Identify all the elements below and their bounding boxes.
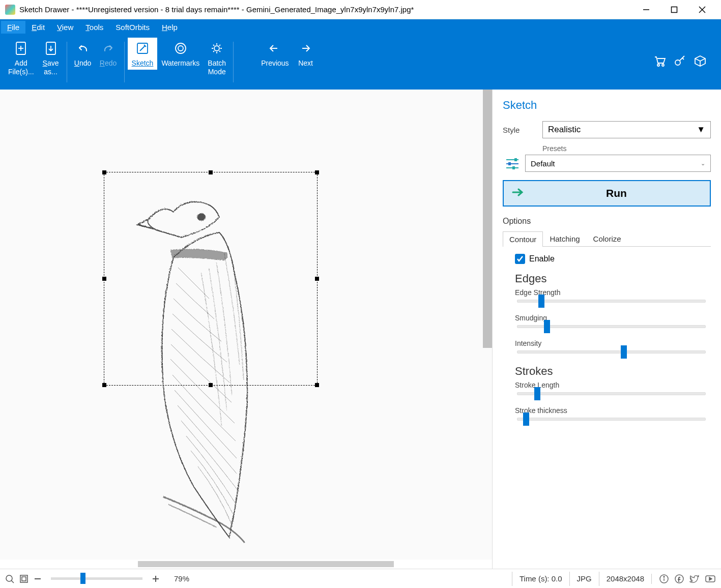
horizontal-scrollbar[interactable] — [0, 560, 492, 569]
info-icon[interactable] — [659, 574, 669, 584]
svg-point-11 — [214, 46, 219, 51]
status-time: Time (s): 0.0 — [512, 572, 569, 586]
undo-icon — [76, 40, 90, 57]
selection-box[interactable] — [104, 172, 318, 386]
menu-file[interactable]: File — [1, 21, 25, 34]
tab-contour[interactable]: Contour — [503, 231, 543, 247]
handle-bottom-right[interactable] — [315, 383, 319, 387]
handle-top-right[interactable] — [315, 170, 319, 174]
enable-checkbox[interactable] — [515, 254, 525, 264]
pencil-icon — [136, 40, 149, 57]
options-label: Options — [503, 217, 711, 226]
menu-help[interactable]: Help — [156, 21, 184, 34]
gear-icon — [210, 40, 223, 57]
stroke-thickness-label: Stroke thickness — [515, 406, 711, 415]
zoom-out-icon[interactable] — [34, 575, 42, 583]
tab-colorize[interactable]: Colorize — [587, 231, 628, 246]
zoom-slider[interactable] — [51, 577, 142, 580]
menubar: File Edit View Tools SoftOrbits Help — [0, 19, 721, 35]
edges-section: Edges — [515, 272, 711, 285]
batch-mode-button[interactable]: BatchMode — [204, 38, 230, 78]
twitter-icon[interactable] — [689, 574, 700, 584]
status-format: JPG — [569, 572, 599, 586]
package-icon[interactable] — [694, 54, 707, 70]
arrow-right-icon — [299, 40, 312, 57]
facebook-icon[interactable] — [674, 574, 684, 584]
menu-edit[interactable]: Edit — [25, 21, 51, 34]
zoom-percent: 79% — [174, 574, 189, 583]
handle-middle-right[interactable] — [315, 277, 319, 281]
zoom-in-icon[interactable] — [152, 575, 160, 583]
menu-tools[interactable]: Tools — [79, 21, 109, 34]
svg-rect-19 — [508, 162, 511, 165]
style-select[interactable]: Realistic ▼ — [542, 121, 711, 138]
vertical-scrollbar[interactable] — [483, 90, 492, 348]
stroke-length-slider[interactable] — [517, 392, 706, 395]
maximize-button[interactable] — [660, 0, 688, 19]
svg-point-31 — [664, 576, 665, 577]
minimize-button[interactable] — [632, 0, 660, 19]
redo-button[interactable]: Redo — [96, 38, 121, 70]
intensity-label: Intensity — [515, 339, 711, 347]
key-icon[interactable] — [673, 54, 686, 70]
arrow-left-icon — [268, 40, 281, 57]
handle-bottom-left[interactable] — [102, 383, 106, 387]
svg-rect-1 — [671, 7, 677, 12]
option-tabs: Contour Hatching Colorize — [503, 231, 711, 247]
stroke-length-label: Stroke Length — [515, 381, 711, 389]
close-button[interactable] — [688, 0, 716, 19]
menu-softorbits[interactable]: SoftOrbits — [109, 21, 156, 34]
zoom-actual-icon[interactable] — [5, 574, 14, 583]
edge-strength-label: Edge Strength — [515, 288, 711, 297]
menu-view[interactable]: View — [51, 21, 79, 34]
save-icon — [44, 40, 57, 57]
chevron-down-icon: ⌄ — [701, 160, 705, 167]
window-title: Sketch Drawer - ****Unregistered version… — [19, 5, 632, 14]
intensity-slider[interactable] — [517, 350, 706, 354]
run-button[interactable]: Run — [503, 180, 711, 207]
preset-select[interactable]: Default ⌄ — [525, 155, 711, 172]
redo-icon — [102, 40, 115, 57]
run-arrow-icon — [512, 188, 524, 199]
watermarks-button[interactable]: Watermarks — [157, 38, 204, 70]
enable-label: Enable — [529, 254, 555, 263]
chevron-down-icon: ▼ — [697, 125, 705, 135]
svg-point-14 — [675, 60, 680, 65]
svg-point-12 — [657, 64, 659, 66]
previous-button[interactable]: Previous — [257, 38, 293, 70]
add-file-icon — [14, 40, 27, 57]
handle-middle-left[interactable] — [102, 277, 106, 281]
youtube-icon[interactable] — [705, 574, 716, 584]
save-as-button[interactable]: Saveas... — [38, 38, 64, 78]
svg-line-23 — [11, 580, 14, 583]
handle-top-center[interactable] — [209, 170, 213, 174]
sliders-icon[interactable] — [505, 157, 520, 169]
cart-icon[interactable] — [653, 54, 666, 70]
smudging-slider[interactable] — [517, 325, 706, 328]
next-button[interactable]: Next — [293, 38, 319, 70]
tab-hatching[interactable]: Hatching — [543, 231, 586, 246]
undo-button[interactable]: Undo — [70, 38, 96, 70]
handle-top-left[interactable] — [102, 170, 106, 174]
svg-rect-25 — [22, 577, 26, 581]
presets-label: Presets — [542, 144, 711, 153]
strokes-section: Strokes — [515, 365, 711, 378]
svg-point-10 — [178, 46, 183, 51]
app-icon — [5, 5, 15, 15]
stroke-thickness-slider[interactable] — [517, 418, 706, 421]
svg-point-9 — [176, 43, 186, 53]
watermark-icon — [174, 40, 187, 57]
handle-bottom-center[interactable] — [209, 383, 213, 387]
canvas-viewport[interactable] — [0, 90, 492, 560]
svg-rect-21 — [512, 166, 515, 169]
edge-strength-slider[interactable] — [517, 300, 706, 303]
titlebar: Sketch Drawer - ****Unregistered version… — [0, 0, 721, 19]
svg-point-13 — [662, 64, 664, 66]
side-panel: Sketch Style Realistic ▼ Presets Default… — [492, 90, 721, 569]
add-files-button[interactable]: AddFile(s)... — [4, 38, 38, 78]
svg-rect-17 — [514, 158, 517, 161]
panel-title: Sketch — [503, 99, 711, 112]
sketch-button[interactable]: Sketch — [128, 38, 158, 71]
zoom-fit-icon[interactable] — [19, 574, 28, 583]
svg-rect-24 — [20, 575, 27, 582]
